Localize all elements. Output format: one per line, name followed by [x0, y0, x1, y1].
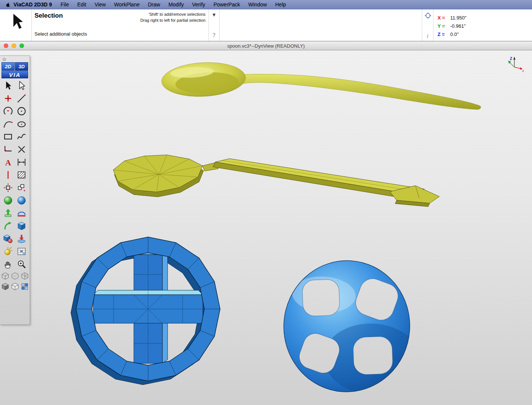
coord-y-value: -0.961"	[450, 23, 466, 29]
coord-z-row: Z = 0.0"	[438, 30, 466, 39]
tool-options-cell: ▼ ?	[208, 9, 220, 41]
app-screen: ViaCAD 2D3D 9 File Edit View WorkPlane D…	[0, 0, 532, 405]
axis-triad-icon: Z x	[508, 57, 524, 73]
sweep-tool-icon[interactable]	[2, 220, 15, 232]
menu-app-name[interactable]: ViaCAD 2D3D 9	[12, 2, 56, 8]
wireframe-hidden-view-icon[interactable]	[10, 271, 19, 281]
close-window-button[interactable]	[4, 44, 8, 48]
extrude-tool-icon[interactable]	[2, 207, 15, 219]
svg-text:A: A	[5, 158, 11, 167]
toggle-2d-button[interactable]: 2D	[1, 62, 15, 71]
document-title-bar: spoon.vc3*--DynView (READONLY)	[0, 41, 532, 50]
info-icon[interactable]: i	[422, 33, 433, 39]
tool-status: Select additional objects	[34, 31, 87, 37]
stamp-tool-icon[interactable]	[15, 232, 28, 245]
hidden-line-view-icon[interactable]	[10, 281, 19, 291]
menu-verify[interactable]: Verify	[188, 2, 209, 8]
point-tool-icon[interactable]	[2, 92, 15, 105]
coord-z-label: Z =	[438, 30, 449, 39]
menu-workplane[interactable]: WorkPlane	[110, 2, 144, 8]
menu-edit[interactable]: Edit	[73, 2, 90, 8]
apple-menu-icon[interactable]	[3, 2, 12, 8]
sphere-tool-icon[interactable]	[2, 194, 15, 207]
help-icon[interactable]: ?	[209, 32, 219, 39]
active-tool-cell	[0, 9, 32, 41]
tool-palette: 2D 3D VIA	[0, 56, 30, 325]
axis-x-label: x	[522, 69, 524, 73]
menu-view[interactable]: View	[90, 2, 110, 8]
tool-info-bar: Selection 'Shift' to add/remove selectio…	[0, 9, 532, 41]
text-tool-icon[interactable]: A	[2, 156, 15, 168]
coord-y-row: Y = -0.961"	[438, 22, 466, 30]
ellipse-tool-icon[interactable]	[15, 118, 28, 130]
scene-svg: Z x	[0, 51, 532, 405]
menu-bar: ViaCAD 2D3D 9 File Edit View WorkPlane D…	[0, 0, 532, 9]
coord-x-label: X =	[438, 14, 449, 22]
circle-tool-icon[interactable]	[15, 105, 28, 117]
menu-draw[interactable]: Draw	[144, 2, 164, 8]
snap-cell: i	[422, 9, 433, 41]
boolean-tool-icon[interactable]	[2, 232, 15, 245]
curve-tool-icon[interactable]	[2, 118, 15, 130]
dimension-tool-icon[interactable]	[15, 156, 28, 168]
dimension-toggle: 2D 3D	[1, 62, 28, 71]
revolve-tool-icon[interactable]	[15, 207, 28, 219]
window-controls	[4, 44, 24, 48]
zoom-tool-icon[interactable]	[15, 258, 28, 270]
toggle-3d-button[interactable]: 3D	[15, 62, 28, 71]
model-faceted-spoon[interactable]	[113, 155, 439, 207]
shaded-sphere-tool-icon[interactable]	[15, 194, 28, 207]
coord-y-label: Y =	[438, 22, 449, 30]
menu-help[interactable]: Help	[271, 2, 290, 8]
target-icon[interactable]	[424, 12, 432, 19]
construction-line-tool-icon[interactable]	[2, 169, 15, 181]
model-smooth-spoon[interactable]	[161, 60, 481, 110]
shaded-view-icon[interactable]	[1, 281, 10, 291]
blob-tool-icon[interactable]	[2, 245, 15, 258]
axis-z-label: Z	[510, 57, 512, 61]
cube-tool-icon[interactable]	[15, 220, 28, 232]
line-tool-icon[interactable]	[15, 92, 28, 105]
wireframe-view-icon[interactable]	[1, 271, 10, 281]
minimize-window-button[interactable]	[12, 44, 16, 48]
viewport-canvas[interactable]: Z x 2D 3D VIA	[0, 51, 532, 405]
coord-x-value: 11.950"	[450, 15, 466, 21]
mesh-grid-tool-icon[interactable]	[15, 245, 28, 258]
tool-hints: 'Shift' to add/remove selections Drag ri…	[34, 11, 205, 23]
select-poly-tool-icon[interactable]	[15, 80, 28, 92]
model-faceted-wheel[interactable]	[71, 237, 220, 385]
multi-view-icon[interactable]	[20, 281, 29, 291]
zoom-window-button[interactable]	[19, 44, 24, 48]
copy-tool-icon[interactable]	[15, 182, 28, 194]
spline-tool-icon[interactable]	[15, 130, 28, 143]
select-tool-icon[interactable]	[2, 80, 15, 92]
pan-tool-icon[interactable]	[2, 258, 15, 270]
hatch-tool-icon[interactable]	[15, 169, 28, 181]
palette-handle-dot[interactable]	[3, 58, 6, 61]
coordinate-readout: X = 11.950" Y = -0.961" Z = 0.0"	[438, 14, 466, 39]
menu-modify[interactable]: Modify	[164, 2, 188, 8]
document-title: spoon.vc3*--DynView (READONLY)	[0, 43, 532, 49]
corner-tool-icon[interactable]	[2, 143, 15, 156]
selection-cursor-icon	[9, 12, 25, 33]
coord-z-value: 0.0"	[450, 32, 459, 37]
menu-powerpack[interactable]: PowerPack	[209, 2, 244, 8]
move-tool-icon[interactable]	[2, 182, 15, 194]
trim-tool-icon[interactable]	[15, 143, 28, 156]
wireframe-dashed-view-icon[interactable]	[20, 271, 29, 281]
tool-hint-1: 'Shift' to add/remove selections	[34, 11, 205, 17]
model-smooth-wheel[interactable]	[279, 256, 428, 398]
menu-file[interactable]: File	[56, 2, 73, 8]
tool-hint-2: Drag right to left for partial selection	[34, 17, 205, 23]
rectangle-tool-icon[interactable]	[2, 130, 15, 143]
via-logo: VIA	[1, 71, 28, 78]
coord-x-row: X = 11.950"	[438, 14, 466, 22]
dropdown-arrow-icon[interactable]: ▼	[209, 12, 219, 18]
menu-window[interactable]: Window	[244, 2, 271, 8]
arc-tool-icon[interactable]	[2, 105, 15, 117]
